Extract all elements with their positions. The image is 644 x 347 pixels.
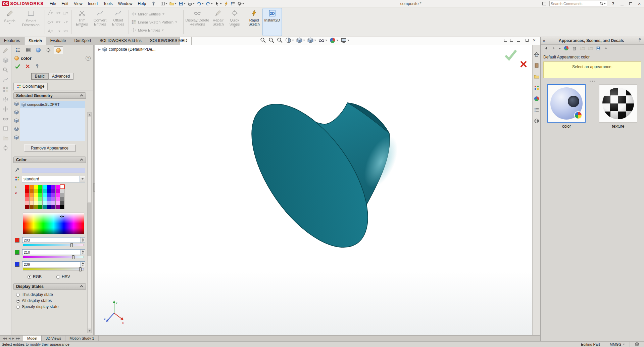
- display-style-button[interactable]: [307, 37, 316, 43]
- status-globe-icon[interactable]: [630, 342, 644, 347]
- scroll-down-arrow[interactable]: [88, 329, 91, 333]
- color-swatch[interactable]: [43, 189, 47, 193]
- history-caret[interactable]: [559, 48, 561, 49]
- color-swatch[interactable]: [43, 205, 47, 209]
- command-tab[interactable]: Evaluate: [46, 37, 70, 45]
- home-tab-icon[interactable]: [534, 52, 539, 58]
- bottom-tab[interactable]: 3D Views: [42, 336, 65, 341]
- rgb-radio[interactable]: RGB: [28, 274, 42, 279]
- custom-properties-tab-icon[interactable]: [534, 107, 539, 114]
- dropdown-caret[interactable]: [80, 176, 85, 182]
- pane-splitter-handle[interactable]: [541, 80, 644, 84]
- menu-item[interactable]: View: [71, 1, 85, 7]
- color-swatch[interactable]: [34, 197, 38, 201]
- menu-item[interactable]: Insert: [85, 1, 101, 7]
- mode-button[interactable]: Advanced: [48, 73, 73, 80]
- new-document-button[interactable]: [160, 1, 167, 6]
- forum-tab-icon[interactable]: [534, 118, 539, 125]
- left-toolbar-icon-snap[interactable]: [3, 145, 8, 152]
- instant2d-button[interactable]: 2D Instant2D: [263, 8, 282, 36]
- command-tab[interactable]: Sketch: [24, 37, 46, 45]
- color-swatch[interactable]: [38, 193, 42, 197]
- command-tab[interactable]: SOLIDWORKS Add-Ins: [95, 37, 146, 45]
- maximize-button[interactable]: [628, 1, 633, 6]
- channel-slider[interactable]: [23, 244, 84, 246]
- color-image-tab[interactable]: Color/Image: [13, 83, 48, 90]
- configuration-manager-tab[interactable]: [23, 46, 33, 54]
- palette-icon[interactable]: [15, 176, 20, 182]
- color-swatch[interactable]: [43, 185, 47, 189]
- bottom-tab[interactable]: Motion Study 1: [65, 336, 98, 341]
- offset-entities-button[interactable]: Offset Entities: [109, 8, 127, 36]
- color-swatch[interactable]: [38, 185, 42, 189]
- expand-flyout-icon[interactable]: [542, 2, 546, 5]
- left-toolbar-icon-move[interactable]: [3, 106, 8, 113]
- 3d-model[interactable]: [95, 45, 532, 335]
- appearances-tab-icon[interactable]: [534, 96, 539, 102]
- view-settings-button[interactable]: [341, 37, 349, 43]
- gradient-crosshair[interactable]: [60, 215, 64, 218]
- command-tab[interactable]: DimXpert: [70, 37, 95, 45]
- color-swatch[interactable]: [38, 189, 42, 193]
- color-swatch[interactable]: [43, 201, 47, 205]
- edit-appearance-button[interactable]: [330, 37, 338, 43]
- minimize-button[interactable]: [619, 1, 625, 6]
- tile-windows-icon[interactable]: [510, 39, 513, 42]
- color-swatch[interactable]: [30, 185, 34, 189]
- units-selector[interactable]: MMGS: [605, 342, 630, 347]
- back-button[interactable]: [544, 46, 548, 51]
- left-toolbar-icon-pattern[interactable]: [3, 87, 8, 93]
- color-swatch[interactable]: [51, 189, 55, 193]
- standard-color-grid[interactable]: [25, 185, 64, 209]
- doc-minimize-button[interactable]: [516, 38, 522, 42]
- channel-slider[interactable]: [23, 256, 84, 258]
- color-swatch[interactable]: [51, 197, 55, 201]
- display-state-radio[interactable]: All display states: [14, 298, 85, 304]
- select-button[interactable]: [215, 1, 222, 6]
- collapse-pane-chevrons[interactable]: «: [543, 38, 545, 43]
- close-button[interactable]: ×: [637, 1, 642, 6]
- color-gradient-picker[interactable]: [23, 213, 84, 234]
- zoom-to-fit-button[interactable]: [260, 37, 266, 43]
- next-tab-arrow[interactable]: ▶: [12, 337, 14, 340]
- forward-button[interactable]: [551, 46, 556, 51]
- channel-value-input[interactable]: 210: [22, 249, 85, 255]
- ok-button[interactable]: [15, 63, 20, 70]
- color-swatch[interactable]: [25, 189, 29, 193]
- color-swatch[interactable]: [30, 193, 34, 197]
- command-tab[interactable]: Features: [0, 37, 24, 45]
- slider-thumb[interactable]: [72, 255, 75, 259]
- sketch-entity-button[interactable]: ×: [62, 27, 69, 36]
- left-toolbar-icon-table[interactable]: [3, 126, 8, 132]
- filter-body-icon[interactable]: [14, 127, 19, 132]
- rapid-sketch-button[interactable]: Rapid Sketch: [246, 8, 262, 36]
- color-swatch[interactable]: [47, 205, 51, 209]
- sketch-entity-button[interactable]: ○: [54, 9, 62, 17]
- sketch-entity-button[interactable]: ╱: [47, 9, 54, 17]
- color-swatch[interactable]: [51, 193, 55, 197]
- file-explorer-tab-icon[interactable]: [534, 74, 539, 80]
- help-icon[interactable]: ?: [86, 56, 91, 61]
- selected-geometry-list[interactable]: composite.SLDPRT: [20, 101, 85, 141]
- pin-pane-icon[interactable]: [638, 38, 642, 43]
- display-manager-tab[interactable]: [34, 46, 43, 54]
- color-swatch[interactable]: [47, 193, 51, 197]
- design-library-tab-icon[interactable]: [534, 63, 539, 69]
- left-toolbar-icon-folder[interactable]: [3, 135, 8, 142]
- color-group-header[interactable]: Color: [13, 157, 86, 163]
- keep-visible-pin-button[interactable]: [35, 64, 40, 70]
- filter-feature-icon[interactable]: [14, 135, 19, 141]
- color-swatch[interactable]: [47, 185, 51, 189]
- color-swatch[interactable]: [56, 185, 60, 189]
- color-swatch[interactable]: [34, 189, 38, 193]
- cancel-button[interactable]: [25, 64, 30, 70]
- left-toolbar-icon-spline[interactable]: [3, 77, 8, 84]
- color-swatch[interactable]: [51, 185, 55, 189]
- mode-button[interactable]: Basic: [31, 73, 48, 80]
- color-swatch[interactable]: [51, 205, 55, 209]
- color-swatch[interactable]: [38, 197, 42, 201]
- sketch-entity-button[interactable]: +: [54, 27, 62, 36]
- doc-restore-button[interactable]: [525, 38, 530, 42]
- color-swatch[interactable]: [47, 189, 51, 193]
- sketch-entity-button[interactable]: ≈: [54, 18, 62, 27]
